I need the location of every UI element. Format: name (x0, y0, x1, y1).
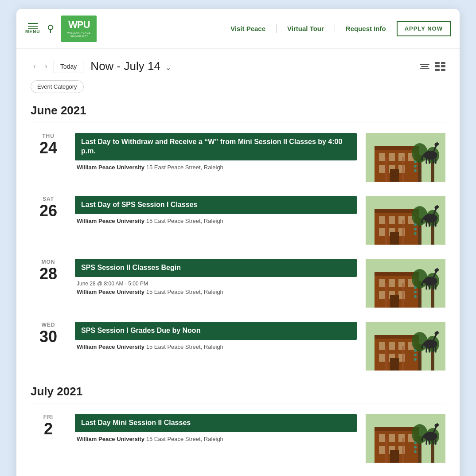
nav-right: Visit Peace Virtual Tour Request Info AP… (230, 21, 451, 36)
svg-rect-21 (433, 158, 434, 164)
svg-rect-88 (390, 358, 399, 371)
svg-rect-73 (433, 284, 434, 289)
today-button[interactable]: Today (54, 60, 83, 73)
svg-rect-123 (426, 439, 427, 445)
event-location: William Peace University 15 East Peace S… (75, 164, 357, 171)
logo-text: WPU (68, 19, 90, 31)
svg-rect-100 (435, 347, 436, 352)
svg-rect-20 (429, 158, 430, 164)
event-location: William Peace University 15 East Peace S… (75, 436, 357, 442)
nav-left: MENU ⚲ WPU WILLIAM PEACE UNIVERSITY (25, 16, 230, 42)
svg-rect-3 (379, 153, 385, 161)
date-range: Now - July 14 ⌄ (90, 59, 171, 73)
svg-rect-97 (426, 347, 427, 352)
svg-rect-90 (402, 346, 404, 371)
event-day-name: WED (31, 322, 66, 328)
month-section: July 2021FRI 2Last Day Mini Session II C… (31, 385, 445, 463)
menu-label: MENU (25, 29, 40, 34)
logo[interactable]: WPU WILLIAM PEACE UNIVERSITY (61, 16, 97, 42)
svg-rect-114 (390, 450, 399, 463)
svg-rect-54 (375, 272, 419, 276)
menu-button[interactable]: MENU (25, 23, 40, 34)
svg-point-24 (414, 165, 417, 168)
svg-rect-72 (429, 284, 430, 289)
svg-rect-107 (379, 434, 385, 442)
svg-rect-37 (385, 220, 387, 245)
svg-rect-28 (375, 209, 419, 213)
event-location: William Peace University 15 East Peace S… (75, 218, 357, 224)
filter-icon[interactable] (420, 64, 429, 69)
event-title[interactable]: SPS Session I Grades Due by Noon (75, 322, 357, 340)
event-location: William Peace University 15 East Peace S… (75, 289, 357, 295)
table-row: THU 24Last Day to Withdraw and Receive a… (31, 133, 445, 182)
prev-arrow[interactable]: ‹ (31, 61, 39, 72)
svg-rect-124 (429, 439, 430, 445)
svg-rect-64 (402, 283, 404, 308)
svg-rect-81 (379, 342, 385, 350)
event-title[interactable]: Last Day Mini Session II Classes (75, 414, 357, 432)
svg-point-95 (424, 339, 437, 348)
svg-point-103 (414, 358, 417, 361)
svg-point-127 (414, 441, 417, 444)
event-location: William Peace University 15 East Peace S… (75, 343, 357, 350)
svg-point-17 (424, 151, 437, 160)
month-title: June 2021 (31, 104, 445, 122)
svg-rect-80 (375, 335, 419, 339)
calendar-header: ‹ › Today Now - July 14 ⌄ (31, 59, 445, 73)
event-thumbnail[interactable] (366, 322, 445, 371)
next-arrow[interactable]: › (42, 61, 50, 72)
main-content: ‹ › Today Now - July 14 ⌄ (16, 49, 460, 476)
event-thumbnail[interactable] (366, 133, 445, 182)
event-details: Last Day of SPS Session I ClassesWilliam… (75, 196, 357, 224)
event-day-num: 28 (31, 266, 66, 282)
event-thumbnail[interactable] (366, 414, 445, 463)
event-date: FRI 2 (31, 414, 66, 437)
visit-peace-link[interactable]: Visit Peace (230, 25, 265, 32)
event-title[interactable]: Last Day of SPS Session I Classes (75, 196, 357, 214)
event-date: MON 28 (31, 259, 66, 282)
request-info-link[interactable]: Request Info (346, 25, 386, 32)
event-day-num: 30 (31, 329, 66, 345)
svg-rect-106 (375, 427, 419, 431)
svg-point-102 (414, 354, 417, 356)
svg-rect-19 (426, 158, 427, 164)
virtual-tour-link[interactable]: Virtual Tour (287, 25, 324, 32)
event-thumbnail[interactable] (366, 196, 445, 245)
svg-point-50 (414, 228, 417, 230)
nav-divider-1 (276, 24, 277, 33)
svg-rect-82 (389, 342, 395, 350)
svg-rect-10 (390, 169, 399, 182)
months-container: June 2021THU 24Last Day to Withdraw and … (31, 104, 445, 463)
svg-rect-47 (433, 221, 434, 226)
svg-rect-59 (379, 291, 385, 299)
list-view-icon[interactable] (435, 62, 445, 71)
event-title[interactable]: Last Day to Withdraw and Receive a “W” f… (75, 133, 357, 160)
event-date: SAT 26 (31, 196, 66, 219)
event-time: June 28 @ 8:00 AM - 5:00 PM (75, 281, 357, 287)
date-range-caret[interactable]: ⌄ (165, 64, 171, 71)
svg-rect-38 (402, 220, 404, 245)
search-icon[interactable]: ⚲ (47, 23, 54, 35)
svg-rect-89 (385, 346, 387, 371)
svg-rect-46 (429, 221, 430, 226)
date-range-text: Now - July 14 (90, 59, 160, 73)
svg-rect-108 (389, 434, 395, 442)
event-day-num: 26 (31, 203, 66, 219)
svg-rect-30 (389, 216, 395, 224)
nav-divider-2 (335, 24, 335, 33)
event-category-button[interactable]: Event Category (31, 80, 84, 93)
svg-rect-63 (385, 283, 387, 308)
svg-point-121 (424, 432, 437, 441)
event-details: Last Day to Withdraw and Receive a “W” f… (75, 133, 357, 171)
svg-rect-111 (379, 446, 385, 454)
event-details: SPS Session II Classes BeginJune 28 @ 8:… (75, 259, 357, 295)
event-thumbnail[interactable] (366, 259, 445, 308)
table-row: SAT 26Last Day of SPS Session I ClassesW… (31, 196, 445, 245)
apply-now-button[interactable]: APPLY NOW (397, 21, 451, 36)
svg-point-101 (414, 349, 417, 352)
event-title[interactable]: SPS Session II Classes Begin (75, 259, 357, 277)
svg-rect-2 (375, 146, 419, 150)
event-day-num: 2 (31, 421, 66, 437)
hamburger-icon (28, 23, 38, 29)
svg-point-128 (414, 446, 417, 449)
